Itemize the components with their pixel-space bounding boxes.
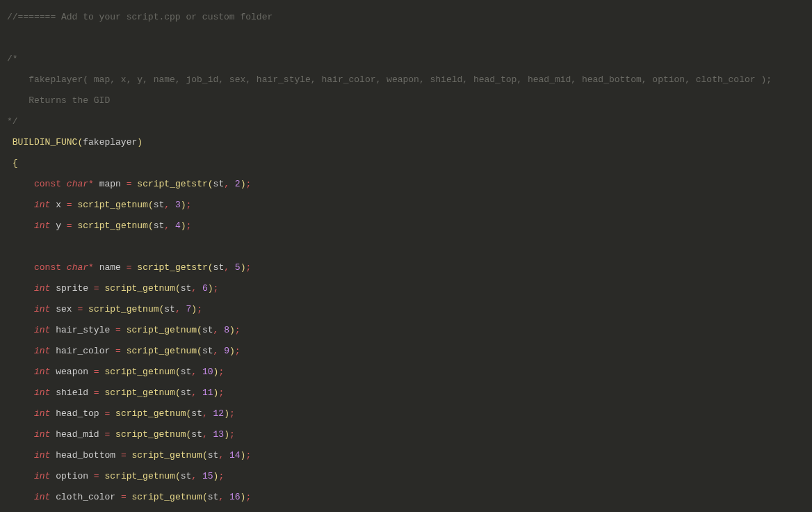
code-line [0,241,812,252]
code-line: int weapon = script_getnum(st, 10); [0,367,812,377]
code-line: int shield = script_getnum(st, 11); [0,387,812,398]
code-line: int hair_color = script_getnum(st, 9); [0,346,812,356]
code-line: int sprite = script_getnum(st, 6); [0,283,812,294]
code-line: const char* mapn = script_getstr(st, 2); [0,179,812,189]
code-line: int option = script_getnum(st, 15); [0,471,812,481]
code-line: int x = script_getnum(st, 3); [0,200,812,210]
code-line: BUILDIN_FUNC(fakeplayer) [0,137,812,147]
code-line: int hair_style = script_getnum(st, 8); [0,325,812,335]
code-line: int y = script_getnum(st, 4); [0,221,812,231]
code-line: int head_bottom = script_getnum(st, 14); [0,450,812,461]
code-line: int head_top = script_getnum(st, 12); [0,408,812,419]
code-line: //======= Add to your script.cpp or cust… [0,12,812,22]
code-line: fakeplayer( map, x, y, name, job_id, sex… [0,74,812,85]
code-line: int sex = script_getnum(st, 7); [0,304,812,314]
code-line: const char* name = script_getstr(st, 5); [0,262,812,273]
code-editor[interactable]: //======= Add to your script.cpp or cust… [0,0,812,512]
code-line: int head_mid = script_getnum(st, 13); [0,429,812,440]
code-line: Returns the GID [0,95,812,106]
code-line: int cloth_color = script_getnum(st, 16); [0,492,812,502]
code-line: /* [0,54,812,64]
code-line: { [0,158,812,168]
code-line: */ [0,116,812,127]
code-line [0,33,812,43]
